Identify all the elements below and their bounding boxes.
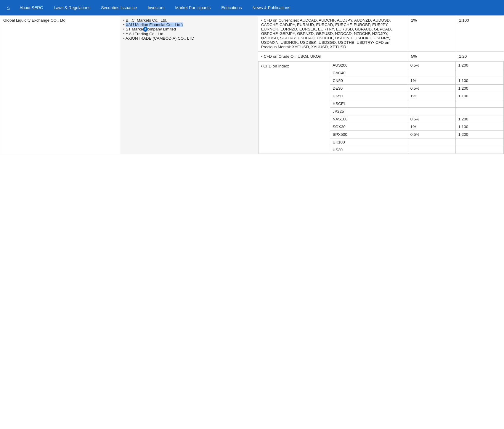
home-icon[interactable]: ⌂ — [2, 4, 14, 11]
index-leverage-7: 1:200 — [456, 115, 504, 123]
index-margin-11 — [408, 146, 456, 154]
nav-about-serc[interactable]: About SERC — [14, 0, 48, 15]
index-leverage-2: 1:100 — [456, 77, 504, 85]
leverage-crude-cell: 1:20 — [456, 52, 504, 61]
index-leverage-8: 1:100 — [456, 123, 504, 131]
member-item-2: • XAU Merlion Financial Co., Ltd.) — [123, 22, 255, 27]
index-label: • CFD on Index: — [261, 64, 289, 68]
main-table-wrap: Global Liquidity Exchange CO., Ltd. • B.… — [0, 15, 504, 154]
margin-currencies-value: 1% — [411, 18, 417, 22]
main-navigation: ⌂ About SERC Laws & Regulations Securiti… — [0, 0, 504, 15]
index-name-7: NAS100 — [330, 115, 408, 123]
index-name-4: HK50 — [330, 92, 408, 100]
index-margin-8: 1% — [408, 123, 456, 131]
index-name-3: DE30 — [330, 85, 408, 92]
index-label-cell: • CFD on Index: — [258, 62, 330, 154]
highlighted-member: XAU Merlion Financial Co., Ltd.) — [126, 22, 183, 27]
index-leverage-3: 1:200 — [456, 85, 504, 92]
index-margin-10 — [408, 138, 456, 146]
index-name-1: CAC40 — [330, 69, 408, 77]
members-cell: • B.I.C. Markets Co., Ltd. • XAU Merlion… — [120, 16, 258, 154]
company-name: Global Liquidity Exchange CO., Ltd. — [3, 18, 67, 22]
index-leverage-5 — [456, 100, 504, 108]
index-margin-2: 1% — [408, 77, 456, 85]
product-currencies-text: • CFD on Currencies: AUDCAD, AUDCHF, AUD… — [261, 18, 392, 49]
index-margin-4: 1% — [408, 92, 456, 100]
nav-securities-issuance[interactable]: Securities Issuance — [96, 0, 142, 15]
table-row: Global Liquidity Exchange CO., Ltd. • B.… — [0, 16, 504, 52]
index-margin-1 — [408, 69, 456, 77]
leverage-currencies-value: 1:100 — [459, 18, 469, 22]
index-leverage-1 — [456, 69, 504, 77]
main-table: Global Liquidity Exchange CO., Ltd. • B.… — [0, 15, 504, 154]
index-name-11: US30 — [330, 146, 408, 154]
index-inner-table: • CFD on Index: AUS200 0.5% 1:200 CAC40 … — [258, 61, 504, 154]
index-outer-cell: • CFD on Index: AUS200 0.5% 1:200 CAC40 … — [258, 61, 504, 154]
index-leverage-0: 1:200 — [456, 62, 504, 69]
index-leverage-6 — [456, 108, 504, 115]
index-header-row: • CFD on Index: AUS200 0.5% 1:200 — [258, 62, 503, 69]
index-margin-9: 0.5% — [408, 131, 456, 138]
nav-investors[interactable]: Investors — [142, 0, 170, 15]
index-margin-7: 0.5% — [408, 115, 456, 123]
nav-laws-regulations[interactable]: Laws & Regulations — [48, 0, 96, 15]
margin-crude-value: 5% — [411, 54, 417, 59]
index-margin-3: 0.5% — [408, 85, 456, 92]
index-leverage-9: 1:200 — [456, 131, 504, 138]
member-item-1: • B.I.C. Markets Co., Ltd. — [123, 18, 255, 22]
member-item-3: • ST MarkeAompany Limited — [123, 27, 255, 32]
index-margin-6 — [408, 108, 456, 115]
member-item-5: • AXIONTRADE (CAMBODIA) CO., LTD — [123, 36, 255, 41]
index-name-6: JP225 — [330, 108, 408, 115]
member-item-4: • Y.A.I Trading Co., Ltd. — [123, 32, 255, 36]
index-name-9: SPX500 — [330, 131, 408, 138]
nav-news-publications[interactable]: News & Publications — [247, 0, 296, 15]
nav-market-participants[interactable]: Market Participants — [170, 0, 216, 15]
index-name-8: SGX30 — [330, 123, 408, 131]
index-margin-0: 0.5% — [408, 62, 456, 69]
index-leverage-10 — [456, 138, 504, 146]
margin-currencies-cell: 1% — [408, 16, 456, 52]
product-crude-cell: • CFD on Crude Oil: USOil, UKOil — [258, 52, 408, 61]
index-name-0: AUS200 — [330, 62, 408, 69]
index-leverage-4: 1:100 — [456, 92, 504, 100]
leverage-crude-value: 1:20 — [459, 54, 467, 59]
index-name-5: HSCEI — [330, 100, 408, 108]
margin-crude-cell: 5% — [408, 52, 456, 61]
product-currencies-cell: • CFD on Currencies: AUDCAD, AUDCHF, AUD… — [258, 16, 408, 52]
product-crude-text: • CFD on Crude Oil: USOil, UKOil — [261, 54, 321, 59]
company-cell: Global Liquidity Exchange CO., Ltd. — [0, 16, 120, 154]
index-name-10: UK100 — [330, 138, 408, 146]
index-leverage-11 — [456, 146, 504, 154]
index-margin-5 — [408, 100, 456, 108]
index-name-2: CN50 — [330, 77, 408, 85]
leverage-currencies-cell: 1:100 — [456, 16, 504, 52]
nav-educations[interactable]: Educations — [216, 0, 247, 15]
